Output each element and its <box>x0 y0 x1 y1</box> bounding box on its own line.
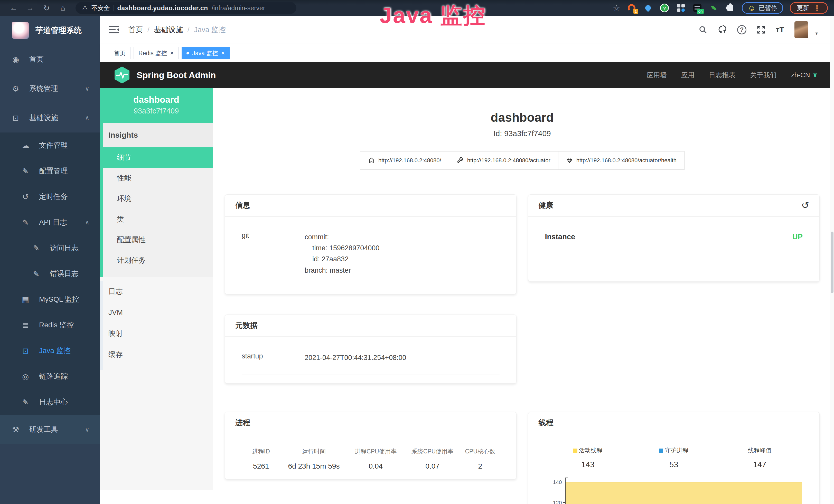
sba-nav-journal[interactable]: 日志报表 <box>709 71 736 79</box>
process-cpu-value: 0.04 <box>349 462 402 471</box>
sidebar-item-tracing[interactable]: ◎ 链路追踪 <box>0 364 100 389</box>
sidebar-item-dev-tools[interactable]: ⚒ 研发工具 ∨ <box>0 415 100 444</box>
breadcrumb-home[interactable]: 首页 <box>128 25 143 35</box>
search-icon[interactable] <box>699 25 707 34</box>
tab-home[interactable]: 首页 <box>109 47 130 59</box>
scrollbar-thumb[interactable] <box>831 232 833 293</box>
sba-nav-wallboard[interactable]: 应用墙 <box>647 71 667 79</box>
chrome-update-button[interactable]: 更新 ⋮ <box>790 2 828 14</box>
health-card: 健康 ↺ Instance UP <box>528 194 820 282</box>
card-title: 线程 <box>539 418 553 428</box>
sba-item-scheduled-tasks[interactable]: 计划任务 <box>103 250 213 271</box>
user-avatar[interactable] <box>794 21 808 38</box>
sidebar-item-home[interactable]: ◉ 首页 <box>0 45 100 74</box>
sidebar-item-log-center[interactable]: ✎ 日志中心 <box>0 389 100 415</box>
breadcrumb: 首页 / 基础设施 / Java 监控 <box>128 25 226 35</box>
sidebar-item-scheduled-jobs[interactable]: ↺ 定时任务 <box>0 184 100 209</box>
browser-back-icon[interactable]: ← <box>6 4 21 12</box>
sba-item-jvm[interactable]: JVM <box>103 302 213 323</box>
layers-icon: ≣ <box>21 321 30 330</box>
sba-item-logs[interactable]: 日志 <box>103 281 213 302</box>
font-size-icon[interactable]: тT <box>776 25 784 34</box>
sidebar-item-mysql-monitor[interactable]: ▦ MySQL 监控 <box>0 287 100 312</box>
sidebar-item-infrastructure[interactable]: ⊡ 基础设施 ∧ <box>0 103 100 133</box>
instance-links: http://192.168.0.2:48080/ http://192.168… <box>225 151 820 170</box>
sba-nav-about[interactable]: 关于我们 <box>750 71 777 79</box>
sba-brand-title[interactable]: Spring Boot Admin <box>137 70 216 80</box>
threads-card: 线程 活动线程 143 <box>528 412 820 504</box>
extension-downloader-icon[interactable]: 1 <box>627 3 636 13</box>
history-icon[interactable]: ↺ <box>802 200 809 211</box>
git-value: commit: time: 1596289704000 id: 27aa832 … <box>305 232 379 276</box>
close-icon[interactable]: × <box>170 49 174 57</box>
hamburger-icon[interactable] <box>109 25 119 34</box>
url-host[interactable]: dashboard.yudao.iocoder.cn <box>117 4 208 12</box>
browser-home-icon[interactable]: ⌂ <box>56 4 70 12</box>
pid-value: 5261 <box>243 462 279 471</box>
eye-icon: ◎ <box>21 372 30 381</box>
col-header-system-cpu: 系统CPU使用率 <box>405 448 459 456</box>
extension-grid-icon[interactable] <box>676 3 686 13</box>
sidebar-item-config-mgmt[interactable]: ✎ 配置管理 <box>0 158 100 184</box>
sidebar-item-access-log[interactable]: ✎ 访问日志 <box>0 235 100 261</box>
git-label: git <box>242 232 305 276</box>
extension-green-icon[interactable]: v <box>660 3 670 13</box>
sba-item-config-props[interactable]: 配置属性 <box>103 230 213 250</box>
wrench-icon <box>457 157 464 164</box>
extension-switch-icon[interactable]: on <box>693 3 702 13</box>
sba-item-environment[interactable]: 环境 <box>103 188 213 209</box>
sidebar-item-label: 链路追踪 <box>39 371 68 381</box>
address-bar[interactable]: ⚠ 不安全 dashboard.yudao.iocoder.cn /infra/… <box>75 2 297 14</box>
sidebar-item-redis-monitor[interactable]: ≣ Redis 监控 <box>0 312 100 338</box>
sidebar-item-java-monitor[interactable]: ⊡ Java 监控 <box>0 338 100 364</box>
sidebar-item-system-mgmt[interactable]: ⚙ 系统管理 ∨ <box>0 74 100 103</box>
git-commit-line: commit: <box>305 232 379 243</box>
browser-menu-kebab-icon[interactable]: ⋮ <box>813 4 821 13</box>
actuator-url-button[interactable]: http://192.168.0.2:48080/actuator <box>449 151 558 170</box>
tab-java-monitor[interactable]: Java 监控 × <box>182 47 229 59</box>
browser-refresh-icon[interactable]: ↻ <box>39 4 54 13</box>
bookmark-star-icon[interactable]: ☆ <box>613 3 620 13</box>
sba-locale-select[interactable]: zh-CN ∨ <box>791 71 817 79</box>
sba-item-metrics[interactable]: 性能 <box>103 168 213 188</box>
profile-avatar-emoji-icon: ☺ <box>748 4 756 12</box>
left-card-column: 信息 git commit: time: 1596289704000 id: 2 <box>225 194 517 479</box>
github-icon[interactable] <box>718 25 727 35</box>
sba-item-details[interactable]: 细节 <box>103 147 213 168</box>
health-url-button[interactable]: http://192.168.0.2:48080/actuator/health <box>558 151 684 170</box>
fullscreen-icon[interactable] <box>757 25 765 34</box>
sba-item-caches[interactable]: 缓存 <box>103 344 213 365</box>
close-icon[interactable]: × <box>221 49 225 57</box>
page-scrollbar[interactable] <box>830 16 834 504</box>
sidebar-item-label: 错误日志 <box>50 269 79 279</box>
sidebar-item-error-log[interactable]: ✎ 错误日志 <box>0 261 100 287</box>
avatar-caret-down-icon[interactable]: ▼ <box>814 31 818 36</box>
profile-paused-chip[interactable]: ☺ 已暂停 <box>742 2 783 14</box>
sba-item-mappings[interactable]: 映射 <box>103 323 213 344</box>
extension-pin-icon[interactable] <box>643 3 653 13</box>
y-tick-140: 140 <box>545 479 562 485</box>
browser-forward-icon[interactable]: → <box>23 4 38 12</box>
breadcrumb-infrastructure[interactable]: 基础设施 <box>154 25 183 35</box>
page-title: dashboard <box>225 110 820 124</box>
service-url-button[interactable]: http://192.168.0.2:48080/ <box>360 151 449 170</box>
sba-item-classes[interactable]: 类 <box>103 209 213 230</box>
edit-icon: ✎ <box>21 167 30 176</box>
right-card-column: 健康 ↺ Instance UP <box>528 194 820 504</box>
infrastructure-submenu: ☁ 文件管理 ✎ 配置管理 ↺ 定时任务 ✎ API 日志 ∧ ✎ <box>0 133 100 415</box>
tab-redis-monitor[interactable]: Redis 监控 × <box>134 47 178 59</box>
instance-id-subtitle: Id: 93a3fc7f7409 <box>225 129 820 138</box>
sidebar-item-file-mgmt[interactable]: ☁ 文件管理 <box>0 133 100 158</box>
not-secure-label[interactable]: 不安全 <box>91 4 110 12</box>
sidebar-item-api-log[interactable]: ✎ API 日志 ∧ <box>0 209 100 235</box>
monitor-icon: ⊡ <box>21 346 30 356</box>
extensions-puzzle-icon[interactable] <box>725 3 735 13</box>
insights-section-label: Insights <box>103 123 213 147</box>
extension-leaf-icon[interactable] <box>709 3 719 13</box>
sba-nav-applications[interactable]: 应用 <box>681 71 695 79</box>
locale-label: zh-CN <box>791 71 810 79</box>
stat-label: 活动线程 <box>579 446 602 455</box>
help-icon[interactable]: ? <box>737 25 746 35</box>
navbar-actions: ? тT ▼ <box>699 21 818 38</box>
table-grid-icon: ▦ <box>21 295 30 304</box>
